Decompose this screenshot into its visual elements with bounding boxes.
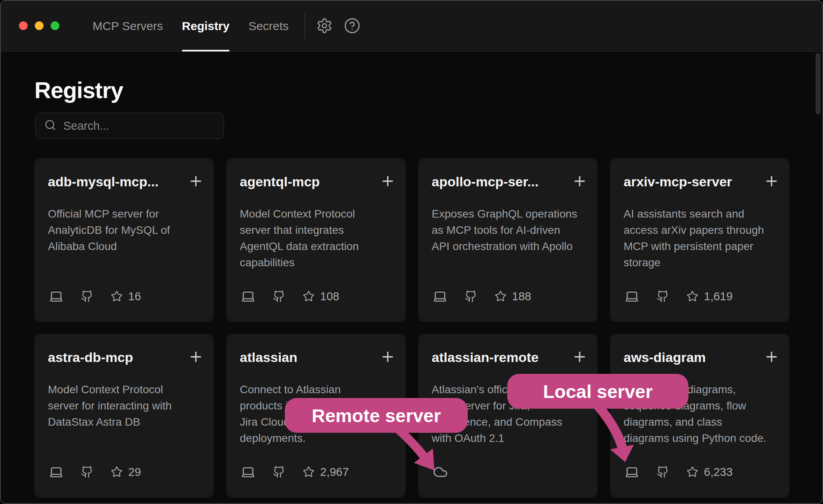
app-window: MCP Servers Registry Secrets [0,0,823,504]
card-description: Official MCP server for AnalyticDB for M… [48,206,205,254]
star-icon [686,290,698,302]
gear-icon [316,17,333,35]
server-card-aws-diagram[interactable]: aws-diagram Create AWS diagrams, sequenc… [610,334,789,498]
server-card-agentql-mcp[interactable]: agentql-mcp Model Context Protocol serve… [226,158,406,322]
star-count: 108 [320,290,339,303]
card-footer: 29 [49,464,141,480]
card-title: adb-mysql-mcp... [48,174,159,189]
card-footer: 2,967 [241,464,349,480]
card-title: atlassian [240,350,298,365]
tab-mcp-servers[interactable]: MCP Servers [93,1,163,51]
help-button[interactable] [343,17,361,35]
cloud-icon [433,464,448,479]
add-server-button[interactable] [379,348,397,366]
card-footer [433,464,448,480]
laptop-icon [625,465,639,479]
star-icon [303,290,315,302]
close-button[interactable] [19,21,28,30]
registry-card-grid: adb-mysql-mcp... Official MCP server for… [34,158,789,498]
server-card-astra-db-mcp[interactable]: astra-db-mcp Model Context Protocol serv… [34,334,214,498]
star-count: 6,233 [704,466,733,479]
card-footer: 108 [241,288,339,305]
server-card-apollo-mcp-server[interactable]: apollo-mcp-ser... Exposes GraphQL operat… [418,158,597,322]
tab-registry[interactable]: Registry [182,1,229,51]
github-icon[interactable] [465,290,477,303]
add-server-button[interactable] [379,172,397,191]
add-server-button[interactable] [187,348,205,366]
minimize-button[interactable] [35,21,44,30]
laptop-icon [241,289,255,303]
star-icon [111,466,123,478]
plus-icon [572,349,588,366]
star-icon [303,466,315,478]
add-server-button[interactable] [187,172,205,191]
remote-server-callout-label: Remote server [312,405,441,426]
laptop-icon [625,289,639,303]
help-icon [344,17,360,35]
card-title: aws-diagram [624,350,706,365]
plus-icon [572,173,588,190]
github-icon[interactable] [81,466,93,478]
plus-icon [380,173,396,190]
card-description: Model Context Protocol server that integ… [240,206,397,271]
card-title: agentql-mcp [240,174,320,189]
card-footer: 6,233 [625,464,733,480]
titlebar: MCP Servers Registry Secrets [1,1,822,52]
star-icon [686,466,698,478]
star-count: 1,619 [704,290,733,303]
page-title: Registry [34,79,123,102]
star-count: 29 [128,466,141,479]
github-icon[interactable] [656,290,669,303]
plus-icon [188,173,204,190]
card-description: Exposes GraphQL operations as MCP tools … [432,206,589,254]
local-server-callout-label: Local server [543,381,653,402]
plus-icon [764,349,779,366]
add-server-button[interactable] [762,172,781,191]
laptop-icon [241,465,255,479]
nav-tabs: MCP Servers Registry Secrets [93,1,289,51]
search-input[interactable] [63,119,215,133]
card-footer: 1,619 [625,288,733,305]
server-card-adb-mysql-mcp[interactable]: adb-mysql-mcp... Official MCP server for… [34,158,214,322]
titlebar-divider [304,13,305,39]
local-server-callout: Local server [507,374,688,409]
plus-icon [764,173,779,190]
github-icon[interactable] [656,466,669,478]
github-icon[interactable] [273,290,285,303]
remote-server-callout: Remote server [285,398,468,433]
laptop-icon [433,289,447,303]
laptop-icon [49,289,63,303]
star-icon [495,290,506,302]
card-description: AI assistants search and access arXiv pa… [624,206,781,271]
star-count: 16 [128,290,141,303]
tab-secrets[interactable]: Secrets [248,1,289,51]
card-description: Model Context Protocol server for intera… [48,381,205,430]
zoom-button[interactable] [51,21,59,30]
card-footer: 188 [433,288,531,305]
github-icon[interactable] [81,290,93,303]
scrollbar-thumb[interactable] [815,53,821,114]
card-title: arxiv-mcp-server [624,174,732,189]
add-server-button[interactable] [762,348,781,366]
server-card-arxiv-mcp-server[interactable]: arxiv-mcp-server AI assistants search an… [610,158,789,322]
traffic-lights [19,21,59,30]
star-icon [111,290,123,302]
star-count: 2,967 [320,466,349,479]
laptop-icon [49,465,63,479]
add-server-button[interactable] [571,348,589,366]
add-server-button[interactable] [571,172,589,191]
plus-icon [380,349,396,366]
card-title: astra-db-mcp [48,350,133,365]
github-icon[interactable] [273,466,285,478]
card-footer: 16 [49,288,141,305]
plus-icon [188,349,204,366]
card-title: atlassian-remote [432,350,539,365]
card-title: apollo-mcp-ser... [432,174,539,189]
settings-button[interactable] [316,17,333,35]
star-count: 188 [512,290,531,303]
search-box [35,113,224,139]
search-icon [44,119,56,133]
